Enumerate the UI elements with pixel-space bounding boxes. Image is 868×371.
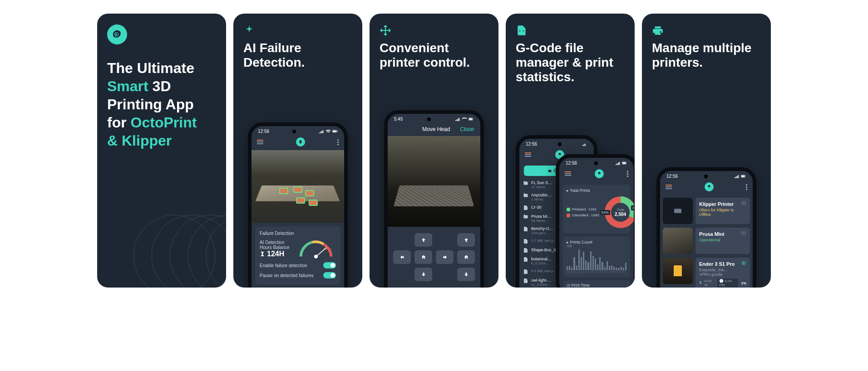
move-icon <box>380 24 488 38</box>
move-left-button[interactable] <box>393 250 411 264</box>
camera-notch <box>292 130 296 133</box>
prints-count-card: ▸ Prints Count 100 123456789101112131415… <box>563 236 630 278</box>
camera-feed <box>252 150 344 223</box>
donut-chart: Total2,504 54% 46% <box>603 195 634 230</box>
svg-point-22 <box>743 263 745 264</box>
printer-row[interactable]: Prusa Mini Operational <box>663 228 750 254</box>
more-icon[interactable] <box>337 139 339 145</box>
phone-mockup: 5:45 Move Head Close <box>384 110 484 288</box>
home-z-button[interactable] <box>457 250 475 264</box>
status-bar: 5:45 <box>388 114 480 122</box>
svg-rect-12 <box>469 118 472 120</box>
toggle-switch[interactable] <box>323 262 336 268</box>
clock: 12:56 <box>526 142 537 146</box>
feature-title: G-Code file manager & print statistics. <box>516 41 625 85</box>
feature-panel-ai: AI Failure Detection. 12:56 <box>233 14 362 288</box>
printer-name: Prusa Mini <box>699 231 746 237</box>
status-icons <box>319 129 338 133</box>
svg-point-10 <box>314 255 318 259</box>
printer-name: Klipper Printer <box>699 201 746 207</box>
more-icon[interactable] <box>746 184 747 190</box>
pct-label: 46% <box>631 205 634 210</box>
move-down-button[interactable] <box>414 268 432 281</box>
total-prints-card: ▸ Total Prints Finished: 1161 Cancelled:… <box>563 185 630 234</box>
svg-rect-7 <box>337 131 337 132</box>
screen-title: Move Head <box>422 126 450 132</box>
svg-point-1 <box>152 215 226 288</box>
menu-icon[interactable] <box>525 152 531 157</box>
feature-panel-control: Convenient printer control. 5:45 Move He… <box>370 14 498 288</box>
printer-add-icon <box>652 24 761 38</box>
svg-rect-15 <box>622 162 626 164</box>
z-up-button[interactable] <box>457 233 475 247</box>
bar-chart <box>567 249 626 270</box>
app-logo-icon <box>107 24 127 44</box>
print-time-card: ◷ Print Time <box>563 280 630 288</box>
file-code-icon <box>516 24 625 38</box>
printer-thumb <box>663 258 693 284</box>
clock: 12:56 <box>566 161 577 166</box>
eye-icon[interactable] <box>741 260 746 267</box>
eye-off-icon[interactable] <box>741 230 746 237</box>
printer-file: Exquisite_Ina…1PRO.gcode <box>699 268 746 277</box>
svg-rect-6 <box>333 131 336 132</box>
svg-point-0 <box>170 215 226 288</box>
eye-off-icon[interactable] <box>741 200 746 207</box>
move-right-button[interactable] <box>436 250 454 264</box>
close-button[interactable]: Close <box>460 126 474 132</box>
clock-icon: 🕐 6:14 PM <box>717 278 738 288</box>
printer-list: Klipper Printer Obico for Klipper is Off… <box>660 195 753 288</box>
ai-label: AI Detection <box>260 240 290 245</box>
more-icon[interactable] <box>627 171 628 177</box>
camera-feed <box>388 136 480 227</box>
svg-line-9 <box>316 248 326 257</box>
toggle-pause-failures[interactable]: Pause on detected failures <box>260 270 336 280</box>
menu-icon[interactable] <box>565 171 571 176</box>
svg-point-16 <box>598 172 600 174</box>
sparkle-icon <box>243 24 352 38</box>
pct-label: 54% <box>600 210 610 215</box>
phone-mockup: 12:56 Fai <box>248 122 348 288</box>
svg-point-20 <box>708 185 710 187</box>
card-title: Failure Detection <box>260 231 336 236</box>
app-logo-icon <box>296 137 305 146</box>
clock: 12:56 <box>258 129 269 134</box>
app-logo-icon <box>705 182 714 191</box>
progress-pct: 1% <box>741 281 746 285</box>
toggle-failure-detection[interactable]: Enable failure detection <box>260 260 336 270</box>
z-down-button[interactable] <box>457 268 475 281</box>
feature-title: AI Failure Detection. <box>243 41 352 70</box>
move-controls <box>388 227 480 285</box>
move-up-button[interactable] <box>414 233 432 247</box>
phone-mockup-stats: 12:56 ▸ Total Prints Finished: 1161 Canc… <box>556 154 635 288</box>
home-xy-button[interactable] <box>414 250 432 264</box>
elapsed: 0:15 hr <box>705 279 715 287</box>
hero-title: The Ultimate Smart 3D Printing App for O… <box>107 59 216 150</box>
app-bar <box>252 135 344 150</box>
hero-panel: The Ultimate Smart 3D Printing App for O… <box>97 14 226 288</box>
decor-circles <box>115 161 226 288</box>
printer-row[interactable]: Klipper Printer Obico for Klipper is Off… <box>663 198 750 224</box>
svg-point-4 <box>206 215 226 288</box>
feature-panel-multi: Manage multiple printers. 12:56 <box>642 14 771 288</box>
svg-point-8 <box>299 140 301 142</box>
printer-status: Obico for Klipper is Offline <box>699 208 746 217</box>
printer-thumb-offline <box>663 198 693 224</box>
printer-thumb <box>663 228 693 254</box>
menu-icon[interactable] <box>666 185 672 189</box>
feature-title: Convenient printer control. <box>380 41 488 70</box>
svg-rect-21 <box>674 209 681 213</box>
step-size-row: 1 10 50 100 <box>388 285 480 288</box>
gauge-icon: Failing! <box>296 238 336 260</box>
app-logo-icon <box>595 169 604 178</box>
svg-point-13 <box>559 153 561 155</box>
hourglass-icon: ⧗ <box>699 281 702 285</box>
feature-title: Manage multiple printers. <box>652 41 761 70</box>
printer-status: Operational <box>699 238 746 242</box>
printer-row[interactable]: Ender 3 S1 Pro Exquisite_Ina…1PRO.gcode … <box>663 258 750 288</box>
toggle-switch[interactable] <box>323 272 336 278</box>
svg-point-2 <box>188 215 226 288</box>
menu-icon[interactable] <box>257 140 263 144</box>
hours-balance: 124H <box>260 250 290 258</box>
ai-sublabel: Hours Balance <box>260 245 290 250</box>
